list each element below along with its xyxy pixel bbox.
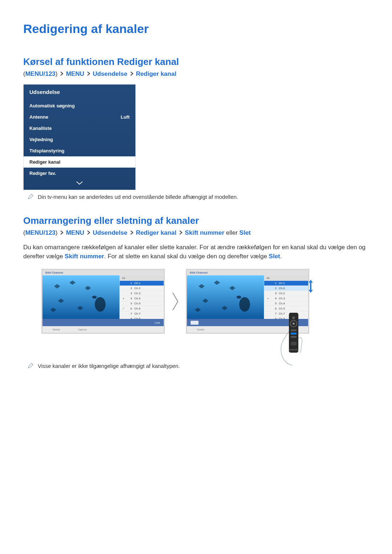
channel-list-right: All 1Ch.12Ch.63Ch.2•4Ch.35Ch.46Ch.57Ch.7… bbox=[264, 275, 308, 319]
chevron-down-icon bbox=[75, 180, 83, 185]
menu-item[interactable]: AntenneLuft bbox=[24, 111, 135, 123]
channel-row: 3Ch.3 bbox=[120, 291, 164, 296]
svg-point-2 bbox=[92, 296, 97, 299]
tv-menu-panel: Udsendelse Automatisk søgningAntenneLuft… bbox=[23, 84, 136, 190]
section2-title: Omarrangering eller sletning af kanaler bbox=[23, 215, 369, 226]
menu-item[interactable]: Vejledning bbox=[24, 134, 135, 145]
chevron-right-large-icon bbox=[171, 291, 179, 312]
screen-title: Edit Channel bbox=[42, 270, 164, 275]
chevron-right-icon bbox=[87, 229, 90, 237]
channel-list-left: All 1Ch.12Ch.23Ch.3•4Ch.45Ch.5✓6Ch.67Ch.… bbox=[119, 275, 164, 319]
move-up-down-icon bbox=[308, 279, 314, 294]
channel-row: 2Ch.2 bbox=[120, 286, 164, 291]
section1-title: Kørsel af funktionen Rediger kanal bbox=[23, 56, 369, 67]
menu-item[interactable]: Tidsplanstyring bbox=[24, 145, 135, 156]
svg-rect-0 bbox=[42, 275, 119, 319]
chevron-right-icon bbox=[130, 70, 134, 78]
preview-image bbox=[187, 275, 264, 319]
breadcrumb-2: (MENU/123) MENU Udsendelse Rediger kanal… bbox=[23, 229, 369, 237]
svg-rect-14 bbox=[291, 342, 297, 345]
svg-text:SAMSUNG: SAMSUNG bbox=[289, 349, 298, 351]
bar-button bbox=[191, 321, 199, 325]
svg-rect-13 bbox=[291, 336, 297, 338]
svg-rect-6 bbox=[310, 283, 311, 290]
channel-row: 3Ch.2 bbox=[264, 291, 308, 296]
screen-after: Edit Channel bbox=[186, 269, 309, 334]
more-indicator bbox=[24, 179, 135, 190]
note-1: Din tv-menu kan se anderledes ud end ove… bbox=[28, 194, 369, 201]
channel-row: 1Ch.1 bbox=[120, 281, 164, 286]
menu-item[interactable]: Kanalliste bbox=[24, 123, 135, 134]
svg-point-1 bbox=[95, 297, 106, 312]
page-title: Redigering af kanaler bbox=[23, 22, 369, 36]
channel-row: 1Ch.1 bbox=[264, 281, 308, 286]
chevron-right-icon bbox=[60, 70, 64, 78]
chevron-right-icon bbox=[60, 229, 64, 237]
channel-row: 7Ch.7 bbox=[120, 311, 164, 316]
channel-row: 2Ch.6 bbox=[264, 286, 308, 291]
screen-before: Edit Channel bbox=[41, 269, 165, 334]
channel-row: 5Ch.4 bbox=[264, 301, 308, 306]
menu-item[interactable]: Automatisk søgning bbox=[24, 100, 135, 111]
chevron-right-icon bbox=[87, 70, 90, 78]
note-2: Visse kanaler er ikke tilgængelige afhæn… bbox=[28, 363, 369, 370]
body-text: Du kan omarrangere rækkefølgen af kanale… bbox=[23, 243, 369, 261]
screen-title: Edit Channel bbox=[187, 270, 308, 275]
menu-header: Udsendelse bbox=[24, 85, 135, 100]
channel-row: •4Ch.3 bbox=[264, 296, 308, 301]
svg-rect-3 bbox=[187, 275, 264, 319]
chevron-right-icon bbox=[179, 229, 183, 237]
svg-point-4 bbox=[239, 297, 250, 312]
pencil-icon bbox=[28, 363, 33, 370]
breadcrumb-1: (MENU/123) MENU Udsendelse Rediger kanal bbox=[23, 70, 369, 78]
svg-point-5 bbox=[237, 296, 241, 299]
pencil-icon bbox=[28, 194, 33, 201]
channel-row: ✓6Ch.6 bbox=[120, 306, 164, 311]
channel-row: •4Ch.4 bbox=[120, 296, 164, 301]
channel-row: 6Ch.5 bbox=[264, 306, 308, 311]
menu-item[interactable]: Rediger kanal bbox=[24, 156, 135, 168]
channel-row: 7Ch.7 bbox=[264, 311, 308, 316]
preview-image bbox=[42, 275, 119, 319]
screenshots-row: Edit Channel bbox=[41, 269, 369, 334]
channel-row: 5Ch.5 bbox=[120, 301, 164, 306]
menu-item[interactable]: Rediger fav. bbox=[24, 168, 135, 179]
chevron-right-icon bbox=[130, 229, 134, 237]
